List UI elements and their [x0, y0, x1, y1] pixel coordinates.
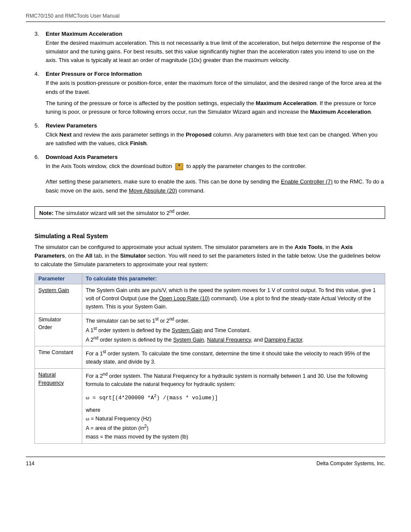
page-number: 114	[26, 460, 34, 467]
item-header-3: 3. Enter Maximum Acceleration	[34, 31, 385, 37]
param-system-gain-desc: The System Gain units are pu/s/V, which …	[82, 284, 385, 313]
item-header-5: 5. Review Parameters	[34, 122, 385, 129]
item-title-4: Enter Pressure or Force Information	[46, 71, 142, 77]
param-simulator-order-desc: The simulator can be set to 1st or 2nd o…	[82, 313, 385, 346]
simulating-section: Simulating a Real System The simulator c…	[34, 233, 385, 444]
simulating-intro: The simulator can be configured to appro…	[34, 243, 385, 269]
svg-rect-3	[176, 167, 182, 168]
table-row: SimulatorOrder The simulator can be set …	[35, 313, 385, 346]
param-natural-freq-desc: For a 2nd order system. The Natural Freq…	[82, 369, 385, 444]
param-time-constant: Time Constant	[35, 346, 82, 369]
where-block: where ω = Natural Frequency (Hz) A = are…	[86, 406, 381, 441]
item-number-4: 4.	[34, 71, 43, 77]
simulating-title: Simulating a Real System	[34, 233, 385, 240]
item-body-4: If the axis is position-pressure or posi…	[46, 79, 385, 116]
param-simulator-order: SimulatorOrder	[35, 313, 82, 346]
item-title-3: Enter Maximum Acceleration	[46, 31, 122, 37]
item-number-5: 5.	[34, 122, 43, 129]
item-title-6: Download Axis Parameters	[46, 154, 118, 160]
item-body-3: Enter the desired maximum acceleration. …	[46, 39, 385, 65]
download-icon	[175, 163, 184, 171]
item-4-para-2: The tuning of the pressure or force is a…	[46, 99, 385, 116]
item-number-6: 6.	[34, 154, 43, 160]
enable-controller-link[interactable]: Enable Controller (7)	[281, 178, 333, 185]
table-col2-header: To calculate this parameter:	[82, 274, 385, 284]
note-label: Note:	[39, 210, 53, 216]
item-3-para-1: Enter the desired maximum acceleration. …	[46, 39, 385, 65]
company-name: Delta Computer Systems, Inc.	[317, 460, 385, 467]
page-footer: 114 Delta Computer Systems, Inc.	[26, 457, 385, 467]
item-title-5: Review Parameters	[46, 122, 97, 129]
table-row: NaturalFrequency For a 2nd order system.…	[35, 369, 385, 444]
formula-block: ω = sqrt[(4*200000 *A2) /(mass * volume)…	[86, 393, 381, 402]
page: RMC70/150 and RMCTools User Manual 3. En…	[0, 0, 411, 484]
main-content: 3. Enter Maximum Acceleration Enter the …	[26, 31, 385, 444]
item-header-4: 4. Enter Pressure or Force Information	[34, 71, 385, 77]
param-natural-freq: NaturalFrequency	[35, 369, 82, 444]
table-row: System Gain The System Gain units are pu…	[35, 284, 385, 313]
list-item: 3. Enter Maximum Acceleration Enter the …	[34, 31, 385, 65]
param-system-gain: System Gain	[35, 284, 82, 313]
list-item: 5. Review Parameters Click Next and revi…	[34, 122, 385, 148]
page-header: RMC70/150 and RMCTools User Manual	[26, 13, 385, 22]
after-items-text: After setting these parameters, make sur…	[46, 177, 385, 195]
list-item: 4. Enter Pressure or Force Information I…	[34, 71, 385, 116]
item-number-3: 3.	[34, 31, 43, 37]
item-header-6: 6. Download Axis Parameters	[34, 154, 385, 160]
svg-rect-4	[176, 168, 182, 169]
item-body-5: Click Next and review the axis parameter…	[46, 131, 385, 148]
item-6-para-1: In the Axis Tools window, click the down…	[46, 162, 385, 171]
note-box: Note: The simulator wizard will set the …	[34, 206, 385, 219]
parameter-table: Parameter To calculate this parameter: S…	[34, 273, 385, 443]
param-time-constant-desc: For a 1st order system. To calculate the…	[82, 346, 385, 369]
header-text: RMC70/150 and RMCTools User Manual	[26, 13, 119, 19]
move-absolute-link[interactable]: Move Absolute (20)	[129, 187, 177, 194]
list-item: 6. Download Axis Parameters In the Axis …	[34, 154, 385, 171]
item-5-para-1: Click Next and review the axis parameter…	[46, 131, 385, 148]
note-text: The simulator wizard will set the simula…	[55, 210, 190, 216]
table-col1-header: Parameter	[35, 274, 82, 284]
item-body-6: In the Axis Tools window, click the down…	[46, 162, 385, 171]
table-row: Time Constant For a 1st order system. To…	[35, 346, 385, 369]
item-4-para-1: If the axis is position-pressure or posi…	[46, 79, 385, 96]
